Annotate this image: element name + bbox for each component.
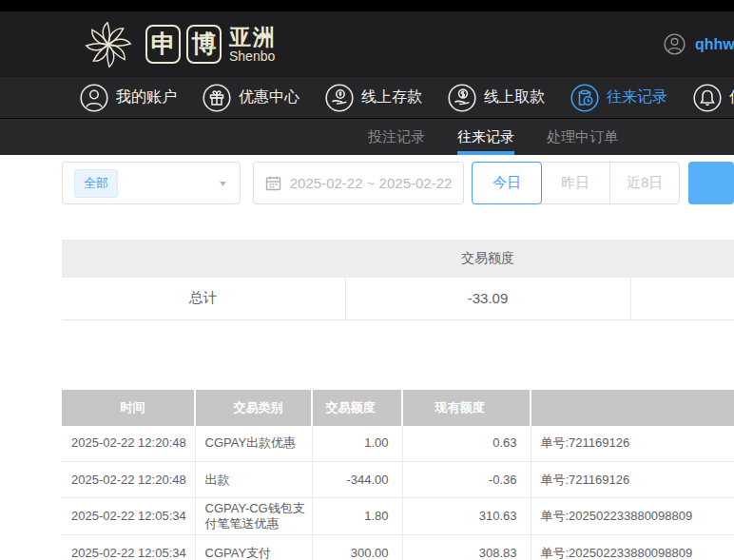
nav-item-withdraw[interactable]: 线上取款 xyxy=(448,84,545,112)
today-button[interactable]: 今日 xyxy=(472,162,542,204)
date-range-value: 2025-02-22 ~ 2025-02-22 xyxy=(290,175,453,191)
cell-amount: 300.00 xyxy=(312,535,402,560)
chevron-down-icon: ▼ xyxy=(218,179,228,188)
table-row: 2025-02-22 12:20:48 CGPAY出款优惠 1.00 0.63 … xyxy=(62,426,734,462)
top-black-strip xyxy=(0,0,734,11)
nav-label: 线上存款 xyxy=(361,87,422,107)
nav-item-promotions[interactable]: 优惠中心 xyxy=(203,84,299,112)
summary-table: 交易额度 总计 -33.09 xyxy=(62,240,734,320)
selected-type-tag[interactable]: 全部 xyxy=(74,169,118,198)
cell-summary: 单号:721169126 xyxy=(531,462,734,498)
cell-summary: 单号:202502233880098809 xyxy=(531,535,734,560)
summary-total-label: 总计 xyxy=(62,278,345,319)
bell-icon xyxy=(693,84,722,112)
date-range-picker[interactable]: 2025-02-22 ~ 2025-02-22 xyxy=(253,162,465,204)
cell-time: 2025-02-22 12:05:34 xyxy=(62,535,195,560)
summary-header-row: 交易额度 xyxy=(62,240,734,278)
username[interactable]: qhhw xyxy=(695,36,734,53)
cell-balance: 310.63 xyxy=(402,498,531,535)
cell-type: CGPAY-CG钱包支付笔笔送优惠 xyxy=(195,498,312,535)
user-icon xyxy=(80,84,108,112)
cell-balance: 308.83 xyxy=(402,535,531,560)
logo-char-box-1: 申 xyxy=(145,25,181,64)
cell-summary: 单号:721169126 xyxy=(531,426,734,462)
brand-logo[interactable]: 申 博 亚洲 Shenbo xyxy=(81,17,277,72)
table-row: 2025-02-22 12:20:48 出款 -344.00 -0.36 单号:… xyxy=(62,462,734,498)
lotus-flower-icon xyxy=(81,17,136,72)
records-icon xyxy=(570,84,599,112)
cell-balance: -0.36 xyxy=(402,462,531,498)
tab-processing-orders[interactable]: 处理中订单 xyxy=(547,119,618,155)
last8days-button[interactable]: 近8日 xyxy=(610,163,679,203)
col-balance: 现有额度 xyxy=(402,390,531,426)
summary-total-amount: -33.09 xyxy=(345,278,630,319)
tab-betting-records[interactable]: 投注记录 xyxy=(368,119,425,155)
records-header-row: 时间 交易类别 交易额度 现有额度 摘要 xyxy=(62,390,734,426)
logo-region-text: 亚洲 xyxy=(229,26,277,48)
nav-label: 往来记录 xyxy=(607,87,667,107)
col-type: 交易类别 xyxy=(195,390,312,426)
cell-type: 出款 xyxy=(195,462,312,498)
summary-total-row: 总计 -33.09 xyxy=(62,278,734,319)
main-nav: 我的账户 优惠中心 线上存款 线上取款 往来记录 xyxy=(0,77,734,118)
logo-char-box-2: 博 xyxy=(186,25,222,64)
cell-amount: -344.00 xyxy=(312,462,402,498)
page: 申 博 亚洲 Shenbo qhhw 我的账户 xyxy=(0,0,734,560)
gift-icon xyxy=(203,84,231,112)
nav-label: 优惠中心 xyxy=(239,87,299,107)
col-summary: 摘要 xyxy=(531,390,734,426)
nav-item-deposit[interactable]: 线上存款 xyxy=(325,84,422,112)
deposit-icon xyxy=(325,84,354,112)
nav-label: 线上取款 xyxy=(484,87,545,107)
search-button[interactable] xyxy=(688,162,734,204)
nav-item-my-account[interactable]: 我的账户 xyxy=(80,84,177,112)
site-header: 申 博 亚洲 Shenbo qhhw xyxy=(0,11,734,77)
quick-date-button-group: 今日 昨日 近8日 xyxy=(472,162,680,204)
summary-header-amount: 交易额度 xyxy=(345,240,630,278)
cell-amount: 1.00 xyxy=(312,426,402,462)
nav-label: 信息 xyxy=(729,87,734,107)
table-row: 2025-02-22 12:05:34 CGPAY支付 300.00 308.8… xyxy=(62,535,734,560)
summary-header-empty-2 xyxy=(630,240,734,278)
tab-transaction-records[interactable]: 往来记录 xyxy=(457,119,514,155)
nav-label: 我的账户 xyxy=(116,87,177,107)
content-area: 全部 ▼ 2025-02-22 ~ 2025-02-22 今日 昨日 近8日 xyxy=(0,162,734,560)
logo-subtitle: Shenbo xyxy=(229,48,277,64)
cell-time: 2025-02-22 12:20:48 xyxy=(62,462,195,498)
cell-time: 2025-02-22 12:05:34 xyxy=(62,498,195,535)
col-amount: 交易额度 xyxy=(312,390,402,426)
col-time: 时间 xyxy=(62,390,195,426)
nav-item-messages[interactable]: 信息 xyxy=(693,84,734,112)
records-table: 时间 交易类别 交易额度 现有额度 摘要 2025-02-22 12:20:48… xyxy=(62,390,734,560)
cell-summary: 单号:202502233880098809 xyxy=(531,498,734,535)
user-account[interactable]: qhhw xyxy=(664,11,734,77)
nav-item-transactions[interactable]: 往来记录 xyxy=(570,84,667,112)
filter-row: 全部 ▼ 2025-02-22 ~ 2025-02-22 今日 昨日 近8日 xyxy=(62,162,734,204)
summary-header-empty xyxy=(62,240,345,278)
cell-amount: 1.80 xyxy=(312,498,402,535)
cell-type: CGPAY支付 xyxy=(195,535,312,560)
subnav: 投注记录 往来记录 处理中订单 xyxy=(0,118,734,155)
withdraw-icon xyxy=(448,84,476,112)
summary-empty-cell xyxy=(630,278,734,319)
table-row: 2025-02-22 12:05:34 CGPAY-CG钱包支付笔笔送优惠 1.… xyxy=(62,498,734,535)
type-select[interactable]: 全部 ▼ xyxy=(62,162,241,204)
avatar-icon xyxy=(664,33,686,55)
cell-type: CGPAY出款优惠 xyxy=(195,426,312,462)
calendar-icon xyxy=(265,175,281,191)
yesterday-button[interactable]: 昨日 xyxy=(541,163,610,203)
cell-time: 2025-02-22 12:20:48 xyxy=(62,426,195,462)
cell-balance: 0.63 xyxy=(402,426,531,462)
